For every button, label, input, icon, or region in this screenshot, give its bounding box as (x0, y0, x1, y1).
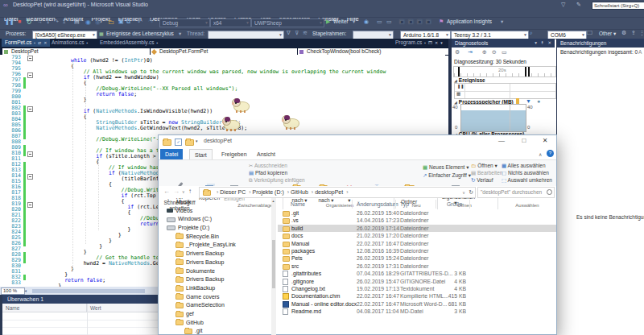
tree-item-gef[interactable]: gef (159, 310, 271, 319)
column-header-name[interactable]: Name (291, 201, 305, 207)
output-window-icon[interactable]: ▭ (377, 19, 382, 25)
memory-legend-icon[interactable]: ● (537, 98, 540, 104)
pause-debug-icon[interactable]: ❚❚ (5, 19, 11, 25)
continue-button[interactable]: Weiter (333, 17, 349, 27)
file-row[interactable]: docs21.02.2019 17:20Dateiordner (278, 232, 556, 239)
application-insights-icon[interactable]: ⚑ (439, 19, 444, 25)
tab-animations[interactable]: Animations.cs▪ (48, 39, 91, 47)
vmicro-search-icon[interactable]: ⌕ (530, 30, 533, 36)
navigate-back-icon[interactable]: ◉ (85, 19, 91, 26)
esheep-pet[interactable] (282, 115, 299, 130)
paste-shortcut-button[interactable]: ⧉ Verknüpfung einfügen (249, 177, 305, 184)
fold-margin[interactable] (26, 151, 33, 156)
tree-item-gameselection[interactable]: GameSelection (159, 301, 271, 310)
esheep-pet[interactable] (232, 98, 249, 113)
help-icon[interactable]: ? (547, 150, 554, 157)
fold-margin[interactable] (26, 128, 33, 134)
fold-margin[interactable] (26, 168, 33, 173)
team-explorer-icon[interactable]: ▣ (408, 19, 414, 25)
invert-selection-button[interactable]: ⬚ Auswahl umkehren (502, 177, 552, 184)
file-row[interactable]: Manual - online editor.docx22.02.2017 16… (278, 300, 556, 308)
fold-margin[interactable] (26, 184, 33, 190)
column-header-date[interactable]: Änderungsdatum (357, 201, 398, 207)
fold-margin[interactable] (26, 173, 33, 179)
fold-margin[interactable] (26, 252, 33, 258)
fold-margin[interactable] (26, 190, 33, 196)
crumb-desktoppet[interactable]: desktopPet (315, 189, 343, 195)
fold-margin[interactable] (26, 72, 33, 77)
other-menu[interactable]: Other ▾ (599, 29, 616, 39)
class-view-icon[interactable]: ▣ (417, 19, 423, 25)
tree-item-drivers-backup[interactable]: Drivers Backup (159, 258, 271, 267)
file-row[interactable]: .git26.02.2019 15:40Dateiordner (278, 209, 556, 217)
ruler-marker-start[interactable] (458, 67, 460, 77)
qat-properties-icon[interactable]: ✓ (175, 139, 182, 146)
memory-filter-icon[interactable]: ▼ (526, 98, 531, 104)
fold-margin[interactable] (26, 224, 33, 230)
suspend-threads-icon[interactable]: ≋ (303, 30, 308, 36)
panel-pin-icon[interactable]: 🖈 (540, 39, 545, 48)
fold-margin[interactable] (26, 246, 33, 252)
stop-debug-icon[interactable]: ■ (16, 19, 23, 24)
step-into-icon[interactable]: ↧ (46, 19, 51, 25)
file-row[interactable]: build26.02.2019 17:14Dateiordner (278, 225, 556, 232)
copy-path-button[interactable]: ▤ Pfad kopieren (249, 170, 287, 176)
vmicro-settings-icon[interactable]: ⚙ (621, 30, 626, 36)
serial-monitor-icon[interactable]: 🖵 (587, 30, 592, 36)
fold-margin[interactable] (26, 156, 33, 162)
tab-close-icon[interactable]: ✕ (43, 40, 47, 45)
fold-margin[interactable] (26, 77, 33, 83)
fold-margin[interactable] (26, 218, 33, 224)
fold-margin[interactable] (26, 275, 33, 280)
explorer-titlebar[interactable]: ✓ ▾ desktopPet — □ ✕ (159, 135, 556, 148)
tab-pin-icon[interactable]: ▪ (86, 40, 88, 45)
properties-window-icon[interactable]: ▣ (426, 19, 431, 25)
ribbon-tab-share[interactable]: Freigeben (217, 149, 252, 159)
crumb-drive[interactable]: Projekte (D:) (253, 189, 284, 195)
ruler-marker-end[interactable] (525, 67, 526, 77)
notifications-panel-header[interactable]: Benachrichtigungen (557, 39, 644, 48)
variant-select[interactable]: Teensy 3.2 / 3.1▼ (451, 31, 529, 39)
continue-icon[interactable]: ▶ (326, 19, 330, 25)
save-all-icon[interactable]: ⧉ (126, 19, 130, 25)
fold-margin[interactable] (26, 55, 33, 60)
tree-item-drivers-backup[interactable]: Drivers Backup (159, 275, 271, 284)
tab-close-icon[interactable]: ✕ (435, 40, 438, 45)
ribbon-tab-view[interactable]: Ansicht (252, 149, 280, 159)
tab-pin-icon[interactable]: ▪ (34, 40, 35, 45)
lifecycle-events-icon[interactable]: ▦ (99, 31, 104, 36)
tree-item-videos[interactable]: Videos (159, 207, 271, 216)
easy-access-button[interactable]: ↗ Einfacher Zugriff ▾ (423, 172, 471, 179)
diagnostics-panel-header[interactable]: Diagnosetools ✕ 🖈 ▾ (452, 39, 555, 48)
fold-margin[interactable] (26, 66, 33, 72)
port-select[interactable]: COM6▼ (547, 31, 587, 39)
startup-project-select[interactable]: UWPSheep▼ (251, 19, 324, 27)
fold-margin[interactable] (26, 162, 33, 168)
save-icon[interactable]: ▣ (118, 19, 124, 25)
fold-margin[interactable] (26, 230, 33, 235)
fold-margin[interactable] (26, 134, 33, 139)
fold-margin[interactable] (26, 111, 33, 117)
tab-formpet[interactable]: FormPet.cs▪⇄✕ (2, 39, 50, 47)
tab-embeddedassembly[interactable]: EmbeddedAssembly.cs▪ (97, 39, 161, 47)
file-row[interactable]: src26.02.2019 17:31Dateiordner (278, 263, 556, 270)
crumb-this-pc[interactable]: Dieser PC (220, 189, 246, 195)
tree-item-windows-c-[interactable]: Windows (C:) (159, 215, 271, 224)
fold-margin[interactable] (26, 122, 33, 128)
immediate-window-icon[interactable]: ▭ (386, 19, 392, 25)
file-row[interactable]: Changelog.txt19.02.2019 17:13Textdokumen… (278, 285, 556, 292)
tree-item-linkbackup[interactable]: LinkBackup (159, 284, 271, 293)
diag-reset-view-icon[interactable]: ▭ (502, 49, 507, 56)
fold-margin[interactable] (26, 280, 33, 286)
window-maximize-button[interactable]: □ (514, 137, 534, 144)
panel-close-icon[interactable]: ✕ (547, 39, 551, 48)
tab-pin-icon[interactable]: ▪ (156, 40, 158, 45)
watch-column-name[interactable]: Name (2, 304, 87, 312)
file-row[interactable]: Readme.md04.08.2017 11:04MD-Datei3 KB (278, 308, 556, 315)
diag-zoom-in-icon[interactable]: ⊕ (482, 49, 487, 56)
fold-margin[interactable] (26, 179, 33, 184)
fold-margin[interactable] (26, 207, 33, 213)
tree-item-projekte-d-[interactable]: Projekte (D:) (159, 224, 271, 233)
quick-launch-input[interactable]: Schnellstart (Strg+Q) (592, 2, 644, 10)
fold-margin[interactable] (26, 94, 33, 100)
